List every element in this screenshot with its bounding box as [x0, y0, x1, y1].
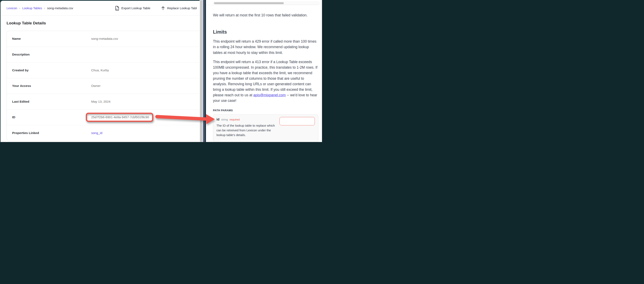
param-required-badge: required — [230, 118, 240, 121]
replace-lookup-table-label: Replace Lookup Tabl — [167, 6, 197, 10]
breadcrumb-current-file: song-metadata.csv — [47, 6, 73, 10]
path-params-label: PATH PARAMS — [213, 109, 318, 112]
breadcrumb-separator-icon: › — [44, 6, 45, 10]
left-window-scrollbar-thumb[interactable] — [200, 0, 202, 142]
linked-property-link[interactable]: song_id — [91, 131, 102, 135]
details-row-properties-linked: Properties Linked song_id — [7, 125, 200, 141]
breadcrumb-lookup-tables[interactable]: Lookup Tables — [22, 6, 42, 10]
param-description: The ID of the lookup table to replace wh… — [216, 123, 276, 137]
details-row-id: ID 25d7f2b6-6901-4e8a-9457-7cbf931f8c90 — [7, 109, 200, 125]
replace-lookup-table-button[interactable]: Replace Lookup Tabl — [161, 1, 200, 15]
details-label: Last Edited — [12, 100, 91, 104]
docs-panel: We will return at most the first 10 rows… — [206, 0, 322, 142]
details-label: Created by — [12, 68, 91, 72]
details-row-created-by: Created by Chua, Kurby — [7, 62, 200, 78]
details-row-last-edited: Last Edited May 13, 2024 — [7, 94, 200, 109]
svg-text:csv: csv — [116, 8, 118, 10]
lookup-table-details-card: Name song-metadata.csv Description Creat… — [6, 31, 200, 141]
horizontal-scrollbar-track — [213, 2, 320, 5]
id-param-input[interactable] — [280, 117, 315, 125]
export-lookup-table-button[interactable]: csv Export Lookup Table — [115, 1, 150, 15]
arrow-up-icon — [161, 6, 165, 10]
limits-413-paragraph: This endpoint will return a 413 error if… — [213, 59, 318, 104]
details-label: ID — [12, 115, 91, 119]
details-label: Your Access — [12, 84, 91, 88]
lookup-table-id-value: 25d7f2b6-6901-4e8a-9457-7cbf931f8c90 — [91, 115, 149, 119]
page-title: Lookup Table Details — [6, 21, 46, 25]
breadcrumb-lexicon[interactable]: Lexicon — [6, 6, 17, 10]
details-value: 25d7f2b6-6901-4e8a-9457-7cbf931f8c90 — [91, 113, 153, 122]
details-label: Name — [12, 37, 91, 41]
csv-file-icon: csv — [115, 6, 119, 11]
limits-413-text: This endpoint will return a 413 error if… — [213, 60, 318, 97]
export-lookup-table-label: Export Lookup Table — [121, 6, 150, 10]
breadcrumb-separator-icon: › — [19, 6, 20, 10]
param-type: string — [221, 118, 228, 121]
annotation-highlight-box: 25d7f2b6-6901-4e8a-9457-7cbf931f8c90 — [86, 113, 153, 122]
validation-note-text: We will return at most the first 10 rows… — [213, 12, 318, 18]
details-value: Owner — [91, 84, 100, 88]
lookup-table-header: Lexicon › Lookup Tables › song-metadata.… — [0, 1, 200, 15]
screen: Lexicon › Lookup Tables › song-metadata.… — [0, 0, 322, 142]
breadcrumb: Lexicon › Lookup Tables › song-metadata.… — [6, 6, 73, 10]
details-row-name: Name song-metadata.csv — [7, 31, 200, 47]
apis-mixpanel-email-link[interactable]: apis@mixpanel.com — [254, 93, 286, 97]
id-param-card: id string required The ID of the lookup … — [213, 114, 318, 142]
details-label: Description — [12, 53, 91, 56]
limits-429-paragraph: This endpoint will return a 429 error if… — [213, 39, 318, 56]
window-edge-divider — [203, 0, 205, 142]
horizontal-scrollbar-thumb[interactable] — [214, 2, 284, 4]
docs-hscroll-row — [206, 0, 322, 5]
limits-heading: Limits — [213, 29, 318, 35]
details-value: Chua, Kurby — [91, 68, 109, 72]
docs-content: We will return at most the first 10 rows… — [206, 5, 322, 142]
details-label: Properties Linked — [12, 131, 91, 135]
details-value: May 13, 2024 — [91, 100, 110, 104]
details-row-description: Description — [7, 47, 200, 62]
param-name: id — [216, 117, 220, 121]
details-row-your-access: Your Access Owner — [7, 78, 200, 94]
lookup-table-window: Lexicon › Lookup Tables › song-metadata.… — [0, 1, 200, 142]
details-value: song-metadata.csv — [91, 37, 118, 41]
